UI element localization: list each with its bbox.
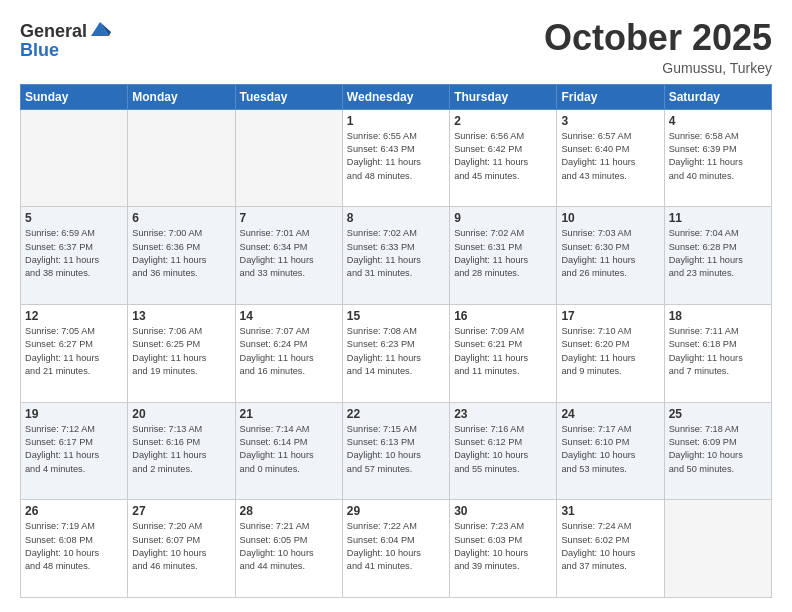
day-info: Sunrise: 7:22 AM Sunset: 6:04 PM Dayligh…: [347, 520, 445, 573]
day-number: 14: [240, 309, 338, 323]
day-number: 29: [347, 504, 445, 518]
calendar-cell: [235, 109, 342, 207]
calendar-cell: 27Sunrise: 7:20 AM Sunset: 6:07 PM Dayli…: [128, 500, 235, 598]
day-number: 22: [347, 407, 445, 421]
location: Gumussu, Turkey: [544, 60, 772, 76]
calendar-cell: 25Sunrise: 7:18 AM Sunset: 6:09 PM Dayli…: [664, 402, 771, 500]
header: General Blue October 2025 Gumussu, Turke…: [20, 18, 772, 76]
calendar-cell: 7Sunrise: 7:01 AM Sunset: 6:34 PM Daylig…: [235, 207, 342, 305]
day-number: 20: [132, 407, 230, 421]
calendar-cell: 1Sunrise: 6:55 AM Sunset: 6:43 PM Daylig…: [342, 109, 449, 207]
calendar-page: General Blue October 2025 Gumussu, Turke…: [0, 0, 792, 612]
weekday-header-row: SundayMondayTuesdayWednesdayThursdayFrid…: [21, 84, 772, 109]
day-number: 21: [240, 407, 338, 421]
day-info: Sunrise: 7:24 AM Sunset: 6:02 PM Dayligh…: [561, 520, 659, 573]
calendar-cell: 18Sunrise: 7:11 AM Sunset: 6:18 PM Dayli…: [664, 304, 771, 402]
calendar-cell: 6Sunrise: 7:00 AM Sunset: 6:36 PM Daylig…: [128, 207, 235, 305]
day-info: Sunrise: 7:08 AM Sunset: 6:23 PM Dayligh…: [347, 325, 445, 378]
calendar-cell: 13Sunrise: 7:06 AM Sunset: 6:25 PM Dayli…: [128, 304, 235, 402]
weekday-header-monday: Monday: [128, 84, 235, 109]
calendar-cell: 9Sunrise: 7:02 AM Sunset: 6:31 PM Daylig…: [450, 207, 557, 305]
day-info: Sunrise: 7:09 AM Sunset: 6:21 PM Dayligh…: [454, 325, 552, 378]
day-info: Sunrise: 7:05 AM Sunset: 6:27 PM Dayligh…: [25, 325, 123, 378]
calendar-row-5: 26Sunrise: 7:19 AM Sunset: 6:08 PM Dayli…: [21, 500, 772, 598]
day-number: 24: [561, 407, 659, 421]
calendar-cell: 31Sunrise: 7:24 AM Sunset: 6:02 PM Dayli…: [557, 500, 664, 598]
calendar-cell: 28Sunrise: 7:21 AM Sunset: 6:05 PM Dayli…: [235, 500, 342, 598]
calendar-cell: [664, 500, 771, 598]
logo-general-text: General: [20, 21, 87, 42]
calendar-cell: 11Sunrise: 7:04 AM Sunset: 6:28 PM Dayli…: [664, 207, 771, 305]
calendar-cell: 21Sunrise: 7:14 AM Sunset: 6:14 PM Dayli…: [235, 402, 342, 500]
calendar-cell: 23Sunrise: 7:16 AM Sunset: 6:12 PM Dayli…: [450, 402, 557, 500]
day-number: 4: [669, 114, 767, 128]
logo-blue-text: Blue: [20, 40, 111, 61]
calendar-cell: 26Sunrise: 7:19 AM Sunset: 6:08 PM Dayli…: [21, 500, 128, 598]
day-number: 31: [561, 504, 659, 518]
day-number: 17: [561, 309, 659, 323]
day-info: Sunrise: 7:11 AM Sunset: 6:18 PM Dayligh…: [669, 325, 767, 378]
day-info: Sunrise: 7:15 AM Sunset: 6:13 PM Dayligh…: [347, 423, 445, 476]
calendar-row-1: 1Sunrise: 6:55 AM Sunset: 6:43 PM Daylig…: [21, 109, 772, 207]
day-info: Sunrise: 7:14 AM Sunset: 6:14 PM Dayligh…: [240, 423, 338, 476]
day-info: Sunrise: 7:02 AM Sunset: 6:33 PM Dayligh…: [347, 227, 445, 280]
day-info: Sunrise: 6:57 AM Sunset: 6:40 PM Dayligh…: [561, 130, 659, 183]
calendar-cell: 22Sunrise: 7:15 AM Sunset: 6:13 PM Dayli…: [342, 402, 449, 500]
calendar-cell: [21, 109, 128, 207]
calendar-cell: 12Sunrise: 7:05 AM Sunset: 6:27 PM Dayli…: [21, 304, 128, 402]
calendar-cell: 2Sunrise: 6:56 AM Sunset: 6:42 PM Daylig…: [450, 109, 557, 207]
calendar-cell: [128, 109, 235, 207]
weekday-header-thursday: Thursday: [450, 84, 557, 109]
calendar-cell: 29Sunrise: 7:22 AM Sunset: 6:04 PM Dayli…: [342, 500, 449, 598]
day-info: Sunrise: 7:10 AM Sunset: 6:20 PM Dayligh…: [561, 325, 659, 378]
day-number: 16: [454, 309, 552, 323]
weekday-header-friday: Friday: [557, 84, 664, 109]
day-number: 3: [561, 114, 659, 128]
day-info: Sunrise: 6:55 AM Sunset: 6:43 PM Dayligh…: [347, 130, 445, 183]
calendar-cell: 20Sunrise: 7:13 AM Sunset: 6:16 PM Dayli…: [128, 402, 235, 500]
weekday-header-sunday: Sunday: [21, 84, 128, 109]
day-number: 15: [347, 309, 445, 323]
calendar-cell: 15Sunrise: 7:08 AM Sunset: 6:23 PM Dayli…: [342, 304, 449, 402]
day-info: Sunrise: 7:07 AM Sunset: 6:24 PM Dayligh…: [240, 325, 338, 378]
calendar-row-2: 5Sunrise: 6:59 AM Sunset: 6:37 PM Daylig…: [21, 207, 772, 305]
day-number: 12: [25, 309, 123, 323]
day-number: 13: [132, 309, 230, 323]
calendar-cell: 3Sunrise: 6:57 AM Sunset: 6:40 PM Daylig…: [557, 109, 664, 207]
day-info: Sunrise: 6:56 AM Sunset: 6:42 PM Dayligh…: [454, 130, 552, 183]
day-info: Sunrise: 7:03 AM Sunset: 6:30 PM Dayligh…: [561, 227, 659, 280]
day-number: 2: [454, 114, 552, 128]
day-info: Sunrise: 7:01 AM Sunset: 6:34 PM Dayligh…: [240, 227, 338, 280]
day-info: Sunrise: 7:20 AM Sunset: 6:07 PM Dayligh…: [132, 520, 230, 573]
calendar-cell: 14Sunrise: 7:07 AM Sunset: 6:24 PM Dayli…: [235, 304, 342, 402]
calendar-cell: 10Sunrise: 7:03 AM Sunset: 6:30 PM Dayli…: [557, 207, 664, 305]
title-block: October 2025 Gumussu, Turkey: [544, 18, 772, 76]
day-info: Sunrise: 7:21 AM Sunset: 6:05 PM Dayligh…: [240, 520, 338, 573]
calendar-cell: 17Sunrise: 7:10 AM Sunset: 6:20 PM Dayli…: [557, 304, 664, 402]
day-info: Sunrise: 7:16 AM Sunset: 6:12 PM Dayligh…: [454, 423, 552, 476]
day-info: Sunrise: 7:17 AM Sunset: 6:10 PM Dayligh…: [561, 423, 659, 476]
day-number: 11: [669, 211, 767, 225]
day-number: 30: [454, 504, 552, 518]
day-info: Sunrise: 7:23 AM Sunset: 6:03 PM Dayligh…: [454, 520, 552, 573]
day-number: 25: [669, 407, 767, 421]
calendar-cell: 16Sunrise: 7:09 AM Sunset: 6:21 PM Dayli…: [450, 304, 557, 402]
logo: General Blue: [20, 18, 111, 61]
calendar-cell: 24Sunrise: 7:17 AM Sunset: 6:10 PM Dayli…: [557, 402, 664, 500]
day-number: 18: [669, 309, 767, 323]
day-number: 27: [132, 504, 230, 518]
day-info: Sunrise: 6:58 AM Sunset: 6:39 PM Dayligh…: [669, 130, 767, 183]
day-info: Sunrise: 7:02 AM Sunset: 6:31 PM Dayligh…: [454, 227, 552, 280]
day-number: 28: [240, 504, 338, 518]
day-info: Sunrise: 7:06 AM Sunset: 6:25 PM Dayligh…: [132, 325, 230, 378]
weekday-header-wednesday: Wednesday: [342, 84, 449, 109]
calendar-row-4: 19Sunrise: 7:12 AM Sunset: 6:17 PM Dayli…: [21, 402, 772, 500]
day-number: 26: [25, 504, 123, 518]
day-number: 7: [240, 211, 338, 225]
calendar-cell: 30Sunrise: 7:23 AM Sunset: 6:03 PM Dayli…: [450, 500, 557, 598]
logo-icon: [89, 18, 111, 40]
calendar-cell: 19Sunrise: 7:12 AM Sunset: 6:17 PM Dayli…: [21, 402, 128, 500]
weekday-header-saturday: Saturday: [664, 84, 771, 109]
day-number: 9: [454, 211, 552, 225]
day-number: 8: [347, 211, 445, 225]
